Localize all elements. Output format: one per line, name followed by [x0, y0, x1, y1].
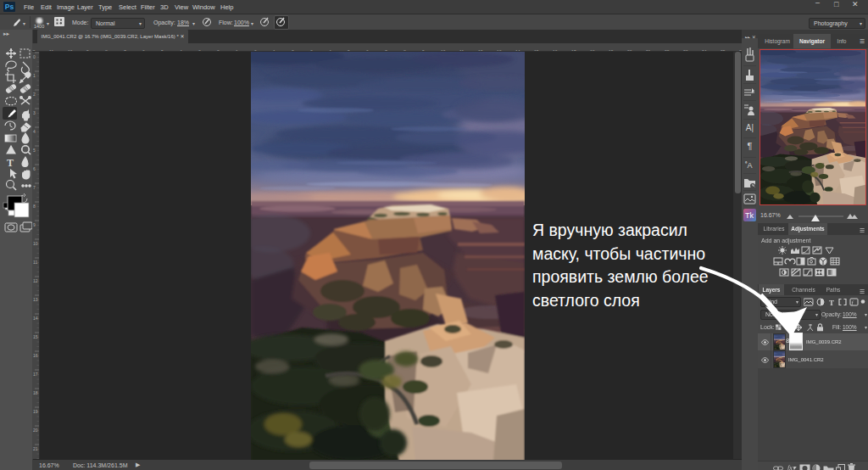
- svg-text:10: 10: [33, 241, 38, 246]
- svg-text:0: 0: [33, 54, 36, 59]
- svg-text:4: 4: [33, 129, 36, 134]
- svg-text:20: 20: [33, 428, 38, 433]
- svg-text:21: 21: [33, 446, 38, 451]
- svg-text:T: T: [829, 299, 834, 307]
- svg-text:7: 7: [33, 185, 36, 190]
- svg-text:18: 18: [33, 390, 38, 395]
- svg-text:19: 19: [33, 409, 38, 414]
- svg-text:11: 11: [33, 260, 37, 265]
- svg-text:9: 9: [33, 222, 36, 227]
- svg-text:6: 6: [33, 166, 36, 171]
- svg-text:13: 13: [33, 297, 38, 302]
- svg-text:2: 2: [33, 92, 36, 97]
- svg-text:14: 14: [33, 316, 38, 321]
- svg-text:3: 3: [33, 110, 36, 115]
- svg-text:8: 8: [33, 204, 36, 209]
- svg-text:16: 16: [33, 353, 38, 358]
- svg-text:12: 12: [33, 278, 38, 283]
- svg-text:1: 1: [33, 73, 36, 78]
- svg-text:15: 15: [33, 334, 38, 339]
- svg-text:17: 17: [33, 372, 38, 377]
- svg-text:Tk: Tk: [745, 211, 754, 220]
- svg-text:T: T: [7, 157, 14, 169]
- svg-text:5: 5: [33, 148, 36, 153]
